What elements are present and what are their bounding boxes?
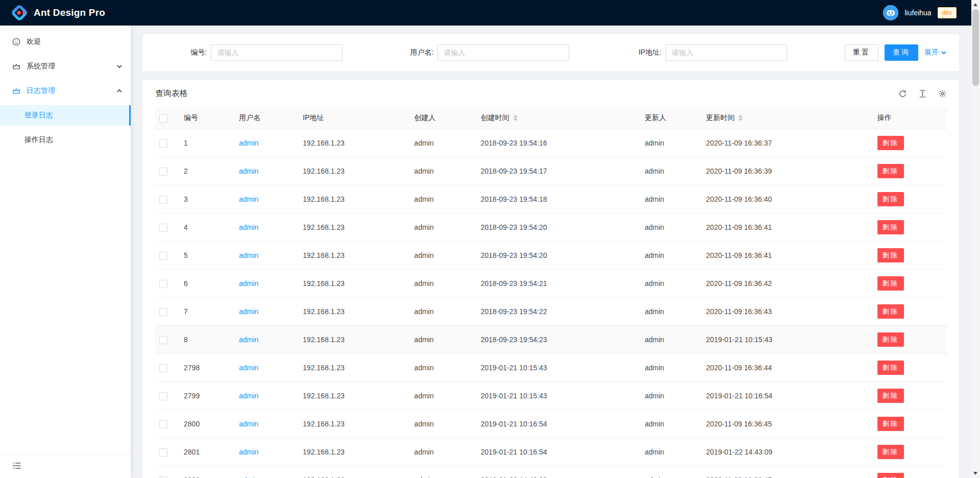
sidebar-item-login-log[interactable]: 登录日志 [0, 105, 131, 126]
row-checkbox[interactable] [159, 308, 167, 316]
scroll-down-icon[interactable] [973, 472, 977, 475]
username-link[interactable]: admin [239, 476, 258, 478]
username-link[interactable]: admin [239, 364, 258, 372]
username-link[interactable]: admin [239, 420, 258, 428]
row-checkbox[interactable] [159, 448, 167, 457]
row-checkbox[interactable] [159, 420, 167, 428]
table-panel: 查询表格 [143, 80, 959, 478]
username-link[interactable]: admin [239, 448, 258, 456]
cell-updater: admin [641, 213, 702, 242]
cell-ip: 192.168.1.23 [299, 382, 410, 410]
sidebar-item-label: 日志管理 [27, 86, 55, 95]
delete-button[interactable]: 删除 [877, 445, 904, 459]
sidebar-item-log-management[interactable]: 日志管理 [0, 81, 131, 101]
row-checkbox[interactable] [159, 392, 167, 400]
cell-updater: admin [641, 354, 702, 382]
ip-input[interactable] [666, 44, 787, 61]
scrollbar-thumb[interactable] [972, 9, 979, 86]
select-all-checkbox[interactable] [159, 114, 167, 123]
scrollbar[interactable] [971, 0, 980, 478]
reload-icon[interactable] [898, 89, 907, 98]
chevron-up-icon [116, 88, 122, 94]
delete-button[interactable]: 删除 [877, 164, 904, 178]
cell-creator: admin [410, 410, 477, 438]
cell-created-time: 2018-09-23 19:54:17 [477, 157, 641, 185]
ip-field-label: IP地址: [639, 48, 662, 57]
scroll-up-icon[interactable] [973, 3, 977, 6]
row-checkbox[interactable] [159, 476, 167, 478]
delete-button[interactable]: 删除 [877, 192, 904, 206]
query-button[interactable]: 查询 [885, 44, 918, 61]
username[interactable]: liufeihua [904, 9, 931, 17]
sidebar-item-operation-log[interactable]: 操作日志 [0, 130, 131, 150]
sidebar-footer [0, 455, 131, 478]
row-checkbox[interactable] [159, 139, 167, 148]
avatar[interactable] [883, 5, 898, 20]
cell-updated-time: 2019-01-21 10:15:43 [702, 326, 873, 354]
row-checkbox[interactable] [159, 280, 167, 288]
reset-button[interactable]: 重置 [845, 44, 878, 61]
row-checkbox[interactable] [159, 252, 167, 260]
delete-button[interactable]: 删除 [877, 136, 904, 150]
username-link[interactable]: admin [239, 307, 258, 316]
delete-button[interactable]: 删除 [877, 417, 904, 431]
cell-created-time: 2018-09-23 19:54:16 [477, 129, 641, 157]
table-row: 2802 admin 192.168.1.23 admin 2019-01-22… [155, 466, 947, 478]
row-checkbox[interactable] [159, 336, 167, 344]
delete-button[interactable]: 删除 [877, 361, 904, 375]
column-height-icon[interactable] [918, 89, 927, 98]
sort-control[interactable] [739, 115, 743, 121]
delete-button[interactable]: 删除 [877, 220, 904, 234]
cell-ip: 192.168.1.23 [299, 129, 410, 157]
username-link[interactable]: admin [239, 195, 258, 203]
sidebar-item-welcome[interactable]: 欢迎 [0, 32, 131, 52]
delete-button[interactable]: 删除 [877, 304, 904, 319]
column-header-created-time: 创建时间 [477, 107, 641, 129]
cell-creator: admin [410, 157, 477, 185]
username-link[interactable]: admin [239, 279, 258, 288]
cell-updated-time: 2020-11-09 16:36:40 [702, 185, 873, 213]
id-input[interactable] [211, 44, 342, 61]
table-row: 2801 admin 192.168.1.23 admin 2019-01-21… [155, 438, 947, 466]
cell-creator: admin [410, 270, 477, 298]
cell-ip: 192.168.1.23 [299, 438, 410, 466]
sidebar-item-system-management[interactable]: 系统管理 [0, 56, 131, 77]
cell-created-time: 2019-01-22 14:43:09 [477, 466, 641, 478]
username-link[interactable]: admin [239, 139, 258, 147]
delete-button[interactable]: 删除 [877, 276, 904, 291]
delete-button[interactable]: 删除 [877, 473, 904, 478]
cell-id: 3 [180, 185, 235, 213]
username-link[interactable]: admin [239, 223, 258, 231]
column-header-updated-time: 更新时间 [702, 107, 873, 129]
column-header-id: 编号 [180, 107, 235, 129]
expand-link[interactable]: 展开 [924, 48, 947, 57]
chevron-down-icon [941, 50, 947, 56]
table-row: 2800 admin 192.168.1.23 admin 2019-01-21… [155, 410, 947, 438]
delete-button[interactable]: 删除 [877, 389, 904, 403]
username-input[interactable] [437, 44, 569, 61]
row-checkbox[interactable] [159, 168, 167, 176]
cell-created-time: 2018-09-23 19:54:20 [477, 213, 641, 242]
cell-created-time: 2018-09-23 19:54:18 [477, 185, 641, 213]
sidebar-item-label: 登录日志 [24, 111, 53, 120]
username-link[interactable]: admin [239, 251, 258, 259]
sort-control[interactable] [513, 115, 518, 121]
cell-creator: admin [410, 185, 477, 213]
avatar-image-icon [883, 5, 898, 20]
row-checkbox[interactable] [159, 196, 167, 204]
table-row: 2799 admin 192.168.1.23 admin 2019-01-21… [155, 382, 947, 410]
settings-icon[interactable] [938, 89, 947, 98]
row-checkbox[interactable] [159, 364, 167, 372]
delete-button[interactable]: 删除 [877, 332, 904, 347]
cell-id: 4 [180, 213, 235, 242]
logo[interactable]: Ant Design Pro [0, 5, 105, 21]
chevron-down-icon [116, 63, 122, 69]
username-link[interactable]: admin [239, 336, 258, 344]
username-link[interactable]: admin [239, 392, 258, 400]
cell-updater: admin [641, 298, 702, 326]
delete-button[interactable]: 删除 [877, 248, 904, 262]
username-link[interactable]: admin [239, 167, 258, 175]
menu-fold-icon[interactable] [12, 461, 21, 470]
cell-ip: 192.168.1.23 [299, 185, 410, 213]
row-checkbox[interactable] [159, 224, 167, 232]
